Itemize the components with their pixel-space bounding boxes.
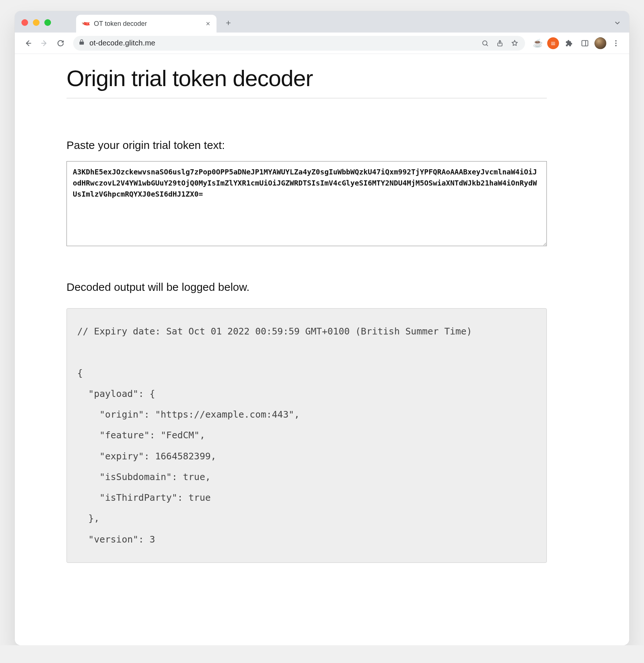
side-panel-icon[interactable] (578, 37, 592, 50)
browser-tab-active[interactable]: 🔖 OT token decoder (76, 15, 217, 33)
search-icon[interactable] (480, 38, 490, 48)
profile-avatar[interactable] (594, 37, 606, 49)
token-input-label: Paste your origin trial token text: (67, 139, 547, 152)
window-zoom-button[interactable] (44, 19, 51, 26)
address-bar-url: ot-decode.glitch.me (89, 39, 476, 47)
nav-reload-button[interactable] (54, 37, 67, 50)
svg-point-5 (615, 45, 617, 46)
divider (67, 98, 547, 98)
output-label: Decoded output will be logged below. (67, 281, 547, 293)
tab-strip: 🔖 OT token decoder (15, 11, 629, 33)
bookmark-star-icon[interactable] (510, 38, 520, 48)
nav-forward-button[interactable] (38, 37, 51, 50)
share-icon[interactable] (495, 38, 505, 48)
new-tab-button[interactable] (222, 16, 235, 30)
nav-back-button[interactable] (21, 37, 35, 50)
browser-toolbar: ot-decode.glitch.me ☕ (15, 33, 629, 54)
extensions-puzzle-icon[interactable] (562, 37, 575, 50)
window-minimize-button[interactable] (33, 19, 40, 26)
chrome-menu-button[interactable] (609, 37, 623, 50)
svg-point-3 (615, 40, 617, 41)
page-title: Origin trial token decoder (67, 65, 547, 91)
window-close-button[interactable] (21, 19, 28, 26)
extension-coffee-icon[interactable]: ☕ (531, 37, 544, 50)
page-viewport: Origin trial token decoder Paste your or… (15, 54, 629, 645)
svg-rect-2 (582, 40, 588, 46)
token-input[interactable] (67, 161, 547, 246)
extension-orange-icon[interactable] (547, 37, 559, 49)
browser-window: 🔖 OT token decoder (15, 11, 629, 645)
tab-title: OT token decoder (94, 20, 200, 28)
tab-close-button[interactable] (203, 19, 213, 28)
lock-icon (78, 39, 85, 47)
svg-point-4 (615, 42, 617, 44)
tab-list-dropdown-button[interactable] (611, 16, 624, 30)
svg-point-0 (483, 41, 487, 45)
tab-favicon-icon: 🔖 (81, 18, 92, 30)
address-bar[interactable]: ot-decode.glitch.me (73, 36, 525, 51)
window-controls (21, 19, 51, 26)
decoded-output: // Expiry date: Sat Oct 01 2022 00:59:59… (67, 308, 547, 563)
